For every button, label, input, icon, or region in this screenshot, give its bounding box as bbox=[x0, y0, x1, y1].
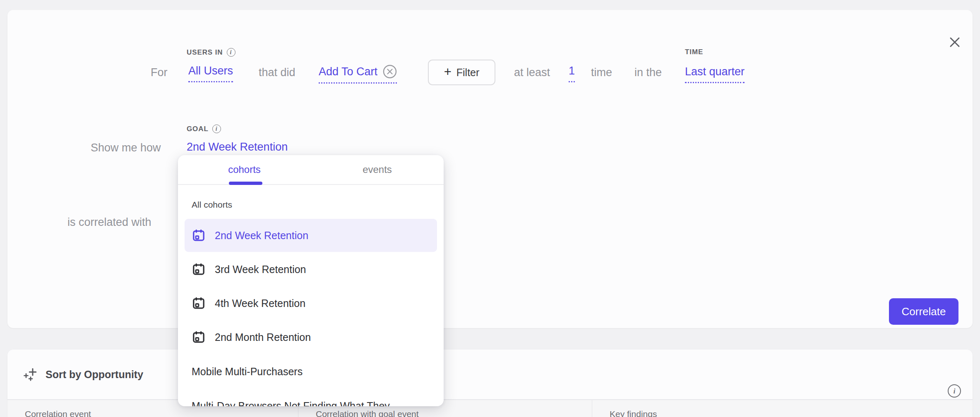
opportunity-sparkle-icon bbox=[23, 367, 38, 382]
plus-icon: + bbox=[444, 65, 452, 79]
calendar-icon bbox=[192, 330, 206, 344]
time-word: time bbox=[591, 66, 612, 79]
goal-dropdown: cohorts events All cohorts 2nd Week Rete… bbox=[178, 155, 444, 406]
all-cohorts-section-label: All cohorts bbox=[192, 200, 232, 210]
event-selector-label[interactable]: Add To Cart bbox=[319, 65, 377, 78]
list-item-label: Mobile Multi-Purchasers bbox=[192, 366, 303, 378]
results-info-icon[interactable]: i bbox=[948, 384, 961, 398]
results-table-header: Correlation event Correlation with goal … bbox=[7, 399, 973, 417]
add-filter-button-label: Filter bbox=[456, 67, 480, 79]
cohort-selector[interactable]: All Users bbox=[188, 65, 233, 82]
goal-label-text: GOAL bbox=[187, 125, 209, 133]
time-label-text: TIME bbox=[685, 48, 703, 56]
close-icon[interactable] bbox=[948, 35, 962, 49]
users-in-label: USERS IN i bbox=[187, 48, 235, 57]
list-item-2nd-month-retention[interactable]: 2nd Month Retention bbox=[185, 321, 437, 354]
remove-event-icon[interactable] bbox=[383, 65, 397, 79]
users-in-info-icon[interactable]: i bbox=[227, 48, 235, 57]
list-item-4th-week-retention[interactable]: 4th Week Retention bbox=[185, 287, 437, 320]
event-selector[interactable]: Add To Cart bbox=[319, 65, 397, 84]
list-item-multi-day-browsers[interactable]: Multi-Day Browsers Not Finding What They bbox=[185, 389, 437, 406]
list-item-3rd-week-retention[interactable]: 3rd Week Retention bbox=[185, 253, 437, 286]
is-correlated-with-word: is correlated with bbox=[67, 216, 151, 229]
dropdown-tabbar: cohorts events bbox=[178, 155, 444, 185]
that-did-word: that did bbox=[259, 66, 295, 79]
sort-by-opportunity-label: Sort by Opportunity bbox=[46, 369, 143, 381]
tab-cohorts[interactable]: cohorts bbox=[178, 155, 311, 184]
results-card: Sort by Opportunity i Correlation event … bbox=[7, 350, 973, 417]
query-builder-card: USERS IN i For All Users that did Add To… bbox=[7, 10, 973, 328]
in-the-word: in the bbox=[634, 66, 662, 79]
time-label: TIME bbox=[685, 48, 703, 56]
show-me-how-word: Show me how bbox=[91, 141, 161, 154]
tab-events[interactable]: events bbox=[311, 155, 444, 184]
active-tab-indicator bbox=[229, 182, 262, 185]
list-item-label: Multi-Day Browsers Not Finding What They bbox=[192, 400, 390, 407]
correlation-query-page: USERS IN i For All Users that did Add To… bbox=[0, 0, 980, 417]
sort-by-opportunity-control[interactable]: Sort by Opportunity bbox=[23, 350, 143, 399]
goal-label: GOAL i bbox=[187, 125, 221, 133]
list-item-label: 2nd Week Retention bbox=[215, 230, 308, 242]
list-item-label: 3rd Week Retention bbox=[215, 264, 306, 276]
list-item-mobile-multi-purchasers[interactable]: Mobile Multi-Purchasers bbox=[185, 355, 437, 388]
event-count-selector[interactable]: 1 bbox=[569, 65, 575, 82]
calendar-icon bbox=[192, 262, 206, 276]
calendar-icon bbox=[192, 228, 206, 242]
at-least-word: at least bbox=[514, 66, 550, 79]
list-item-label: 2nd Month Retention bbox=[215, 331, 311, 343]
correlate-button[interactable]: Correlate bbox=[889, 298, 958, 325]
column-header-key-findings: Key findings bbox=[592, 400, 973, 417]
calendar-icon bbox=[192, 296, 206, 310]
users-in-label-text: USERS IN bbox=[187, 48, 223, 57]
list-item-2nd-week-retention[interactable]: 2nd Week Retention bbox=[185, 219, 437, 252]
goal-info-icon[interactable]: i bbox=[212, 125, 221, 133]
list-item-label: 4th Week Retention bbox=[215, 297, 305, 309]
add-filter-button[interactable]: + Filter bbox=[428, 60, 495, 85]
date-range-selector[interactable]: Last quarter bbox=[685, 65, 745, 83]
for-word: For bbox=[151, 66, 168, 79]
